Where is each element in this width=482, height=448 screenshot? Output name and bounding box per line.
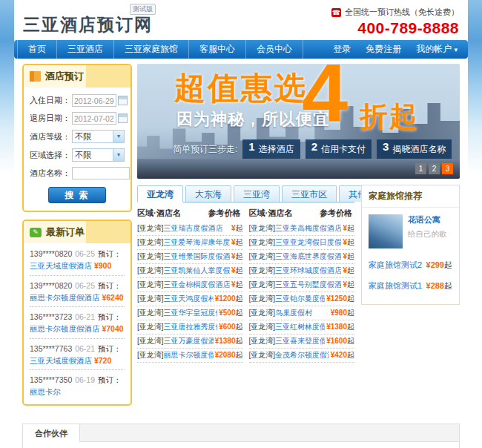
hotel-link[interactable]: 鸟巢度假村 [275, 308, 312, 318]
hotel-link[interactable]: 三亚瑞吉度假酒店 [164, 223, 223, 234]
nav-item-4[interactable]: 客服中心 [189, 40, 246, 59]
content-lower: 亚龙湾大东海三亚湾三亚市区其他地区 区域·酒店名参考价格[亚龙湾]三亚瑞吉度假酒… [137, 185, 460, 363]
hotel-link[interactable]: 三亚凯莱仙人掌度假酒店 [164, 266, 230, 276]
hotel-col-right: 区域·酒店名参考价格[亚龙湾]三亚美高梅度假酒店¥起[亚龙湾]三亚亚龙湾假日度假… [249, 202, 355, 363]
hotel-row: [亚龙湾]鸟巢度假村¥980起 [249, 306, 355, 320]
orders-list: 139****0820 06-25 预订：三亚天域度假酒店 ¥900139***… [24, 243, 131, 404]
hotel-price: ¥起 [341, 223, 354, 234]
order-chat-icon: ✎ [30, 228, 42, 237]
tab-三亚市区[interactable]: 三亚市区 [282, 185, 337, 202]
hotel-link[interactable]: 丽思卡尔顿度假酒店 [164, 350, 214, 360]
hotel-link[interactable]: 三亚铂尔曼度假酒店 [275, 294, 325, 304]
nav-right-item-3[interactable]: 我的帐户 ▾ [409, 40, 465, 59]
order-action: 预订： [98, 312, 122, 321]
chevron-down-icon: ▼ [113, 131, 124, 142]
order-item: 135****7350 06-19 预订：丽思卡尔 [30, 370, 125, 401]
nav-right: 登录免费注册我的帐户 ▾ [326, 40, 465, 59]
inn-link[interactable]: 家庭旅馆测试1 [369, 280, 422, 291]
inn-link[interactable]: 家庭旅馆测试2 [369, 260, 422, 271]
hotel-link[interactable]: 三亚美高梅度假酒店 [275, 223, 341, 234]
nav-item-1[interactable]: 首页 [17, 40, 57, 59]
promo-banner[interactable]: 超值惠选 因为神秘，所以便宜 4 折起 简单预订三步走: 1选择酒店2信用卡支付… [137, 64, 460, 179]
order-action: 预订： [98, 249, 122, 258]
banner-discount-suffix: 折起 [360, 98, 419, 136]
hotel-row: [亚龙湾]三亚凯莱仙人掌度假酒店¥起 [137, 264, 243, 278]
hotel-link[interactable]: 三亚环球城度假酒店 [275, 266, 341, 276]
nav-right-item-1[interactable]: 登录 [326, 40, 358, 59]
order-hotel-link[interactable]: 丽思卡尔顿度假酒店 [30, 324, 100, 333]
hotel-price: ¥500起 [217, 308, 242, 318]
hotel-name-input[interactable] [72, 167, 130, 179]
order-hotel-link[interactable]: 三亚天域度假酒店 [30, 356, 92, 365]
hotel-region: [亚龙湾] [137, 308, 164, 318]
hotel-list-panel: 亚龙湾大东海三亚湾三亚市区其他地区 区域·酒店名参考价格[亚龙湾]三亚瑞吉度假酒… [137, 185, 354, 363]
grade-select[interactable]: 不限 ▼ [72, 130, 125, 143]
hotel-link[interactable]: 三亚金棕榈度假酒店 [164, 280, 230, 290]
hotel-link[interactable]: 三亚五号别墅度假酒店 [275, 280, 341, 290]
banner-step: 3揭晓酒店名称 [377, 139, 452, 159]
checkout-input[interactable] [72, 112, 116, 125]
hotel-link[interactable]: 三亚红树林度假酒店 [275, 322, 325, 332]
hotline-number: 400-789-8888 [331, 19, 459, 37]
main-nav: 首页三亚酒店三亚家庭旅馆客服中心会员中心 登录免费注册我的帐户 ▾ [14, 40, 468, 59]
hotel-col-header: 区域·酒店名参考价格 [137, 202, 243, 222]
main-area: 酒店预订 入住日期： 退房日期： 酒店等级： [14, 59, 468, 413]
hotel-link[interactable]: 三亚喜来登度假酒店 [275, 336, 325, 346]
order-phone: 139****0820 [30, 281, 72, 290]
order-date: 06-19 [75, 375, 95, 384]
hotel-building-icon [30, 71, 41, 82]
order-item: 139****0820 06-25 预订：丽思卡尔顿度假酒店 ¥6240 [30, 276, 125, 308]
banner-page-3[interactable]: 3 [442, 163, 453, 174]
hotel-region: [亚龙湾] [249, 308, 276, 318]
featured-inn-link[interactable]: 花语公寓 [408, 214, 447, 225]
inn-list: 家庭旅馆测试2¥299起家庭旅馆测试1¥288起 [369, 260, 452, 291]
hotel-link[interactable]: 三亚爱琴海岸康年度假酒店 [164, 237, 230, 248]
hotel-link[interactable]: 三亚维景国际度假酒店 [164, 251, 230, 262]
calendar-icon[interactable] [118, 96, 128, 105]
hotel-price: ¥起 [230, 223, 243, 234]
calendar-icon[interactable] [118, 113, 128, 123]
hotel-link[interactable]: 三亚万豪度假酒店 [164, 336, 214, 346]
site-logo[interactable]: 三亚酒店预订网 [23, 14, 153, 34]
hotel-price: ¥980起 [329, 308, 354, 318]
hotel-rows-right: [亚龙湾]三亚美高梅度假酒店¥起[亚龙湾]三亚亚龙湾假日度假酒店¥起[亚龙湾]三… [249, 222, 355, 363]
checkin-input[interactable] [72, 94, 116, 107]
hotel-price: ¥1250起 [325, 294, 354, 304]
order-date: 06-21 [75, 312, 95, 321]
region-select[interactable]: 不限 ▼ [72, 148, 125, 162]
water-graphic [137, 159, 460, 179]
hotel-row: [亚龙湾]三亚爱琴海岸康年度假酒店¥起 [137, 236, 243, 250]
booking-title: 酒店预订 [45, 70, 84, 83]
hotel-region: [亚龙湾] [249, 251, 276, 262]
hotel-row: [亚龙湾]三亚天鸿度假村¥1200起 [137, 292, 243, 306]
hotel-region: [亚龙湾] [137, 223, 164, 234]
order-hotel-link[interactable]: 丽思卡尔 [30, 387, 61, 396]
nav-right-item-2[interactable]: 免费注册 [358, 40, 409, 59]
hotel-price: ¥2080起 [214, 350, 243, 360]
hotel-row: [亚龙湾]三亚唐拉雅秀度假酒店¥600起 [137, 320, 243, 335]
hotel-link[interactable]: 三亚亚龙湾假日度假酒店 [275, 237, 341, 248]
order-hotel-link[interactable]: 三亚天域度假酒店 [30, 261, 92, 270]
hotel-price: ¥起 [230, 280, 243, 290]
content-column: 超值惠选 因为神秘，所以便宜 4 折起 简单预订三步走: 1选择酒店2信用卡支付… [137, 64, 460, 413]
nav-item-5[interactable]: 会员中心 [246, 40, 303, 59]
col-header-name: 区域·酒店名 [137, 208, 181, 219]
nav-item-3[interactable]: 三亚家庭旅馆 [114, 40, 189, 59]
inn-photo[interactable] [369, 214, 403, 248]
hotel-link[interactable]: 三亚海底世界度假酒店 [275, 251, 341, 262]
hotel-link[interactable]: 三亚天鸿度假村 [164, 294, 214, 304]
hotel-link[interactable]: 三亚唐拉雅秀度假酒店 [164, 322, 218, 332]
hotel-region: [亚龙湾] [249, 280, 276, 290]
hotel-link[interactable]: 三亚华宇皇冠度假酒店 [164, 308, 218, 318]
order-price: ¥7040 [102, 324, 123, 333]
tab-亚龙湾[interactable]: 亚龙湾 [137, 185, 183, 202]
banner-page-2[interactable]: 2 [429, 163, 440, 174]
hotel-link[interactable]: 金茂希尔顿度假酒店 [275, 350, 329, 360]
hotel-price: ¥1380起 [325, 322, 354, 332]
order-hotel-link[interactable]: 丽思卡尔顿度假酒店 [30, 293, 100, 302]
search-button[interactable]: 搜 索 [48, 187, 106, 203]
tab-大东海[interactable]: 大东海 [185, 185, 231, 202]
banner-page-1[interactable]: 1 [415, 163, 426, 174]
tab-三亚湾[interactable]: 三亚湾 [234, 185, 280, 202]
nav-item-2[interactable]: 三亚酒店 [57, 40, 114, 59]
